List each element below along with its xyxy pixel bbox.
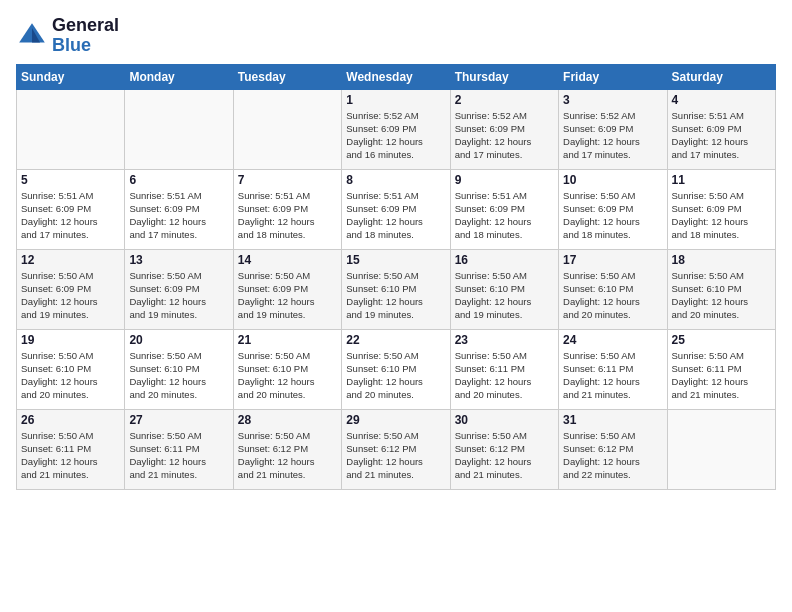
calendar-cell: 9Sunrise: 5:51 AM Sunset: 6:09 PM Daylig…: [450, 169, 558, 249]
day-info: Sunrise: 5:50 AM Sunset: 6:10 PM Dayligh…: [238, 349, 337, 402]
calendar-cell: 23Sunrise: 5:50 AM Sunset: 6:11 PM Dayli…: [450, 329, 558, 409]
calendar-cell: 7Sunrise: 5:51 AM Sunset: 6:09 PM Daylig…: [233, 169, 341, 249]
day-number: 5: [21, 173, 120, 187]
calendar-cell: 1Sunrise: 5:52 AM Sunset: 6:09 PM Daylig…: [342, 89, 450, 169]
day-info: Sunrise: 5:50 AM Sunset: 6:09 PM Dayligh…: [238, 269, 337, 322]
day-info: Sunrise: 5:51 AM Sunset: 6:09 PM Dayligh…: [346, 189, 445, 242]
calendar-cell: 8Sunrise: 5:51 AM Sunset: 6:09 PM Daylig…: [342, 169, 450, 249]
calendar-cell: 26Sunrise: 5:50 AM Sunset: 6:11 PM Dayli…: [17, 409, 125, 489]
calendar-week-row: 26Sunrise: 5:50 AM Sunset: 6:11 PM Dayli…: [17, 409, 776, 489]
day-info: Sunrise: 5:50 AM Sunset: 6:09 PM Dayligh…: [21, 269, 120, 322]
calendar-table: SundayMondayTuesdayWednesdayThursdayFrid…: [16, 64, 776, 490]
day-number: 28: [238, 413, 337, 427]
logo-icon: [16, 20, 48, 52]
calendar-cell: 25Sunrise: 5:50 AM Sunset: 6:11 PM Dayli…: [667, 329, 775, 409]
day-number: 24: [563, 333, 662, 347]
day-number: 18: [672, 253, 771, 267]
calendar-cell: 3Sunrise: 5:52 AM Sunset: 6:09 PM Daylig…: [559, 89, 667, 169]
day-number: 12: [21, 253, 120, 267]
day-number: 3: [563, 93, 662, 107]
calendar-week-row: 19Sunrise: 5:50 AM Sunset: 6:10 PM Dayli…: [17, 329, 776, 409]
day-info: Sunrise: 5:50 AM Sunset: 6:12 PM Dayligh…: [238, 429, 337, 482]
day-info: Sunrise: 5:51 AM Sunset: 6:09 PM Dayligh…: [129, 189, 228, 242]
day-number: 4: [672, 93, 771, 107]
day-number: 7: [238, 173, 337, 187]
calendar-week-row: 12Sunrise: 5:50 AM Sunset: 6:09 PM Dayli…: [17, 249, 776, 329]
calendar-cell: 13Sunrise: 5:50 AM Sunset: 6:09 PM Dayli…: [125, 249, 233, 329]
day-info: Sunrise: 5:50 AM Sunset: 6:11 PM Dayligh…: [455, 349, 554, 402]
day-number: 8: [346, 173, 445, 187]
day-info: Sunrise: 5:50 AM Sunset: 6:09 PM Dayligh…: [129, 269, 228, 322]
calendar-cell: 14Sunrise: 5:50 AM Sunset: 6:09 PM Dayli…: [233, 249, 341, 329]
day-number: 14: [238, 253, 337, 267]
calendar-cell: 27Sunrise: 5:50 AM Sunset: 6:11 PM Dayli…: [125, 409, 233, 489]
calendar-day-header: Sunday: [17, 64, 125, 89]
day-info: Sunrise: 5:50 AM Sunset: 6:10 PM Dayligh…: [21, 349, 120, 402]
day-number: 13: [129, 253, 228, 267]
day-number: 11: [672, 173, 771, 187]
day-number: 21: [238, 333, 337, 347]
day-number: 27: [129, 413, 228, 427]
calendar-cell: 28Sunrise: 5:50 AM Sunset: 6:12 PM Dayli…: [233, 409, 341, 489]
calendar-cell: 19Sunrise: 5:50 AM Sunset: 6:10 PM Dayli…: [17, 329, 125, 409]
day-info: Sunrise: 5:50 AM Sunset: 6:10 PM Dayligh…: [346, 349, 445, 402]
calendar-day-header: Friday: [559, 64, 667, 89]
day-info: Sunrise: 5:51 AM Sunset: 6:09 PM Dayligh…: [21, 189, 120, 242]
calendar-day-header: Monday: [125, 64, 233, 89]
calendar-cell: 6Sunrise: 5:51 AM Sunset: 6:09 PM Daylig…: [125, 169, 233, 249]
day-number: 17: [563, 253, 662, 267]
calendar-cell: 31Sunrise: 5:50 AM Sunset: 6:12 PM Dayli…: [559, 409, 667, 489]
day-number: 10: [563, 173, 662, 187]
day-number: 22: [346, 333, 445, 347]
calendar-day-header: Wednesday: [342, 64, 450, 89]
day-info: Sunrise: 5:52 AM Sunset: 6:09 PM Dayligh…: [563, 109, 662, 162]
day-number: 9: [455, 173, 554, 187]
day-info: Sunrise: 5:50 AM Sunset: 6:10 PM Dayligh…: [563, 269, 662, 322]
calendar-day-header: Thursday: [450, 64, 558, 89]
day-info: Sunrise: 5:50 AM Sunset: 6:12 PM Dayligh…: [346, 429, 445, 482]
logo-text: General Blue: [52, 16, 119, 56]
calendar-cell: 11Sunrise: 5:50 AM Sunset: 6:09 PM Dayli…: [667, 169, 775, 249]
calendar-cell: 12Sunrise: 5:50 AM Sunset: 6:09 PM Dayli…: [17, 249, 125, 329]
calendar-cell: 20Sunrise: 5:50 AM Sunset: 6:10 PM Dayli…: [125, 329, 233, 409]
calendar-cell: 4Sunrise: 5:51 AM Sunset: 6:09 PM Daylig…: [667, 89, 775, 169]
day-info: Sunrise: 5:50 AM Sunset: 6:10 PM Dayligh…: [672, 269, 771, 322]
calendar-cell: 17Sunrise: 5:50 AM Sunset: 6:10 PM Dayli…: [559, 249, 667, 329]
calendar-day-header: Saturday: [667, 64, 775, 89]
calendar-cell: 15Sunrise: 5:50 AM Sunset: 6:10 PM Dayli…: [342, 249, 450, 329]
day-info: Sunrise: 5:50 AM Sunset: 6:09 PM Dayligh…: [672, 189, 771, 242]
day-info: Sunrise: 5:50 AM Sunset: 6:10 PM Dayligh…: [455, 269, 554, 322]
calendar-week-row: 5Sunrise: 5:51 AM Sunset: 6:09 PM Daylig…: [17, 169, 776, 249]
calendar-cell: 21Sunrise: 5:50 AM Sunset: 6:10 PM Dayli…: [233, 329, 341, 409]
day-info: Sunrise: 5:50 AM Sunset: 6:11 PM Dayligh…: [563, 349, 662, 402]
calendar-cell: [233, 89, 341, 169]
day-info: Sunrise: 5:52 AM Sunset: 6:09 PM Dayligh…: [346, 109, 445, 162]
calendar-cell: 30Sunrise: 5:50 AM Sunset: 6:12 PM Dayli…: [450, 409, 558, 489]
day-info: Sunrise: 5:50 AM Sunset: 6:10 PM Dayligh…: [129, 349, 228, 402]
day-number: 26: [21, 413, 120, 427]
calendar-cell: [17, 89, 125, 169]
calendar-cell: 5Sunrise: 5:51 AM Sunset: 6:09 PM Daylig…: [17, 169, 125, 249]
day-info: Sunrise: 5:50 AM Sunset: 6:11 PM Dayligh…: [672, 349, 771, 402]
calendar-cell: [125, 89, 233, 169]
calendar-cell: 22Sunrise: 5:50 AM Sunset: 6:10 PM Dayli…: [342, 329, 450, 409]
day-info: Sunrise: 5:50 AM Sunset: 6:11 PM Dayligh…: [129, 429, 228, 482]
day-number: 15: [346, 253, 445, 267]
calendar-cell: 18Sunrise: 5:50 AM Sunset: 6:10 PM Dayli…: [667, 249, 775, 329]
calendar-week-row: 1Sunrise: 5:52 AM Sunset: 6:09 PM Daylig…: [17, 89, 776, 169]
day-info: Sunrise: 5:50 AM Sunset: 6:12 PM Dayligh…: [455, 429, 554, 482]
calendar-cell: 24Sunrise: 5:50 AM Sunset: 6:11 PM Dayli…: [559, 329, 667, 409]
day-number: 31: [563, 413, 662, 427]
day-number: 30: [455, 413, 554, 427]
calendar-cell: 10Sunrise: 5:50 AM Sunset: 6:09 PM Dayli…: [559, 169, 667, 249]
day-number: 2: [455, 93, 554, 107]
day-number: 6: [129, 173, 228, 187]
day-number: 25: [672, 333, 771, 347]
day-info: Sunrise: 5:50 AM Sunset: 6:10 PM Dayligh…: [346, 269, 445, 322]
calendar-cell: 16Sunrise: 5:50 AM Sunset: 6:10 PM Dayli…: [450, 249, 558, 329]
day-number: 20: [129, 333, 228, 347]
day-number: 16: [455, 253, 554, 267]
day-info: Sunrise: 5:51 AM Sunset: 6:09 PM Dayligh…: [455, 189, 554, 242]
calendar-cell: [667, 409, 775, 489]
day-number: 29: [346, 413, 445, 427]
